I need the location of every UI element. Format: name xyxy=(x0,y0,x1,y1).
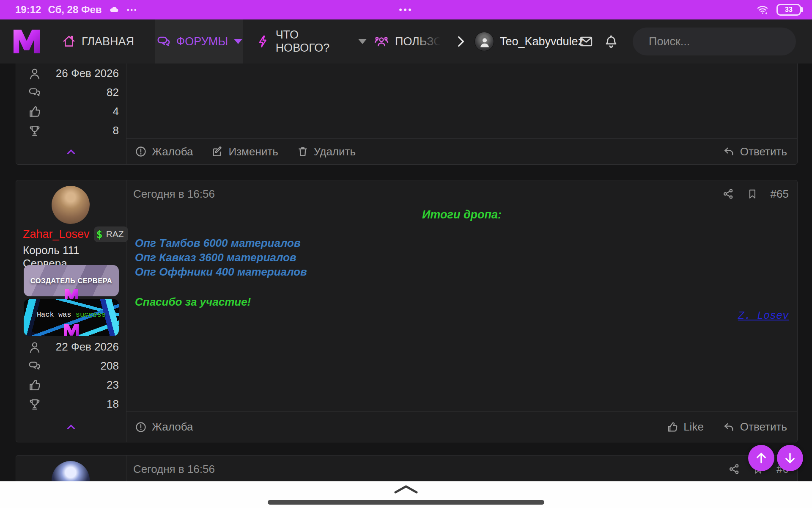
android-status-bar: 19:12 Сб, 28 Фев ⋯ ••• 33 xyxy=(0,0,812,19)
search-input[interactable] xyxy=(649,35,798,48)
whats-new-caret-down-icon xyxy=(358,39,367,44)
forum-page: 19:12 Сб, 28 Фев ⋯ ••• 33 ГЛАВНАЯ ФОРУ xyxy=(0,0,812,508)
lightning-icon xyxy=(257,34,270,49)
chevron-up-icon xyxy=(64,145,78,158)
like-icon xyxy=(28,105,41,119)
post-1-author-cell: 26 Фев 2026 82 4 8 xyxy=(16,55,126,164)
tab-home[interactable]: ГЛАВНАЯ xyxy=(54,19,142,64)
m-logo-icon xyxy=(63,322,80,336)
tab-home-label: ГЛАВНАЯ xyxy=(82,35,134,48)
users-icon xyxy=(374,34,389,49)
bell-icon xyxy=(604,34,618,49)
current-username: Teo_Kabyvdulez xyxy=(500,35,584,48)
scroll-to-top-button[interactable] xyxy=(748,445,774,471)
post-2-signature-link[interactable]: Z. Losev xyxy=(738,310,789,322)
scroll-to-bottom-button[interactable] xyxy=(777,445,803,471)
post-1-edit-button[interactable]: Изменить xyxy=(211,145,278,158)
reply-icon xyxy=(722,421,735,433)
forums-icon xyxy=(156,34,170,49)
post-2-collapse-button[interactable] xyxy=(64,420,78,433)
nav-scroll-right-button[interactable] xyxy=(453,19,468,64)
tab-forums[interactable]: ФОРУМЫ xyxy=(155,19,243,64)
messages-icon xyxy=(28,359,41,373)
trophy-icon xyxy=(28,124,41,138)
post-1-delete-label: Удалить xyxy=(314,145,356,158)
post-1-likes-row: 4 xyxy=(16,102,126,121)
post-2-header: Сегодня в 16:56 #65 xyxy=(126,180,797,207)
home-indicator[interactable] xyxy=(268,500,544,505)
post-3-header: Сегодня в 16:56 #6 xyxy=(126,456,797,483)
trophy-icon xyxy=(28,398,41,411)
edit-icon xyxy=(211,146,223,157)
post-2-trophies: 18 xyxy=(107,398,119,411)
post-1-report-button[interactable]: Жалоба xyxy=(135,145,193,158)
post-2-message-lines: Опг Тамбов 6000 материалов Опг Кавказ 36… xyxy=(135,236,307,279)
tab-whats-new[interactable]: ЧТО НОВОГО? xyxy=(257,19,367,64)
banner-hack-green-label: success xyxy=(76,311,106,319)
share-icon[interactable] xyxy=(722,188,734,200)
post-2-joined-row: 22 Фев 2026 xyxy=(16,337,126,356)
search-box[interactable] xyxy=(633,28,796,55)
post-1-trophies: 8 xyxy=(113,124,119,137)
home-icon xyxy=(62,35,76,48)
post-2-number[interactable]: #65 xyxy=(771,188,789,201)
post-2-like-label: Like xyxy=(683,420,704,433)
post-2-action-bar: Жалоба Like Ответить xyxy=(126,411,797,442)
bookmark-icon[interactable] xyxy=(747,188,758,200)
post-2-like-button[interactable]: Like xyxy=(667,420,704,433)
post-1-joined: 26 Фев 2026 xyxy=(56,67,119,80)
post-2-likes-row: 23 xyxy=(16,375,126,395)
post-2-messages-row: 208 xyxy=(16,356,126,375)
user-icon xyxy=(28,67,41,80)
gesture-bar xyxy=(0,481,812,508)
share-icon[interactable] xyxy=(728,463,740,475)
arrow-down-icon xyxy=(783,451,797,465)
post-2-reply-button[interactable]: Ответить xyxy=(722,420,787,433)
post-2-banner-server-creator: СОЗДАТЕЛЬ СЕРВЕРА xyxy=(24,265,119,296)
gesture-chevron-up-icon[interactable] xyxy=(393,484,419,495)
chevron-right-icon xyxy=(453,34,468,49)
banner-creator-label: СОЗДАТЕЛЬ СЕРВЕРА xyxy=(30,277,112,285)
post-2-author-name[interactable]: Zahar_Losev xyxy=(23,228,90,241)
messages-icon xyxy=(28,86,41,99)
forums-caret-down-icon xyxy=(234,39,242,44)
user-icon xyxy=(28,340,41,354)
envelope-icon xyxy=(579,34,594,49)
post-1-action-bar: Жалоба Изменить Удалить Ответить xyxy=(126,138,797,164)
post-1-delete-button[interactable]: Удалить xyxy=(297,145,356,158)
reply-icon xyxy=(722,146,735,157)
message-line: Опг Оффники 400 материалов xyxy=(135,265,307,279)
post-1-reply-button[interactable]: Ответить xyxy=(722,145,787,158)
account-menu[interactable]: Teo_Kabyvdulez xyxy=(475,19,584,64)
banner-hack-white-label: Hack was xyxy=(37,311,71,319)
post-1-edit-label: Изменить xyxy=(228,145,278,158)
post-2-author-cell: Zahar_Losev $ RAZ Король 111 Сервера. СО… xyxy=(16,180,126,442)
arrow-up-icon xyxy=(754,451,768,465)
post-2-trophies-row: 18 xyxy=(16,395,126,414)
tab-whats-new-label: ЧТО НОВОГО? xyxy=(276,28,352,55)
delete-icon xyxy=(297,146,309,157)
like-icon xyxy=(667,421,678,433)
post-1-collapse-button[interactable] xyxy=(64,145,78,158)
post-1-joined-row: 26 Фев 2026 xyxy=(16,64,126,83)
post-1-card: 26 Фев 2026 82 4 8 Жалоба xyxy=(16,55,798,165)
post-2-report-label: Жалоба xyxy=(152,420,193,433)
post-3-date[interactable]: Сегодня в 16:56 xyxy=(133,463,215,476)
chevron-up-icon xyxy=(64,420,78,433)
post-2-banner-hack: Hack was success xyxy=(24,299,119,336)
tab-members[interactable]: ПОЛЬЗОВА xyxy=(374,19,445,64)
post-2-author-avatar[interactable] xyxy=(52,186,90,224)
inbox-button[interactable] xyxy=(579,19,594,64)
post-2-report-button[interactable]: Жалоба xyxy=(135,420,193,433)
alerts-button[interactable] xyxy=(604,19,618,64)
post-1-messages-row: 82 xyxy=(16,83,126,102)
badge-label: RAZ xyxy=(106,229,124,239)
site-logo[interactable] xyxy=(11,19,42,64)
post-2-reply-label: Ответить xyxy=(740,420,787,433)
post-1-trophies-row: 8 xyxy=(16,121,126,140)
post-2-date[interactable]: Сегодня в 16:56 xyxy=(133,188,215,201)
like-icon xyxy=(28,378,41,392)
dollar-icon: $ xyxy=(96,228,103,240)
post-1-likes: 4 xyxy=(113,105,119,118)
post-2-likes: 23 xyxy=(107,378,119,392)
